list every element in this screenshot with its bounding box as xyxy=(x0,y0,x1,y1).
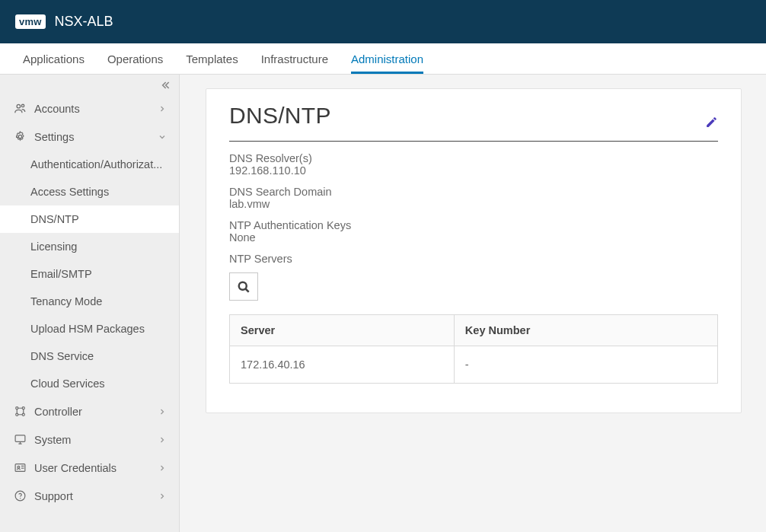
sidebar-group-label: System xyxy=(34,434,71,446)
dns-resolvers-value: 192.168.110.10 xyxy=(229,164,718,177)
content-wrap: DNS/NTP DNS Resolver(s) 192.168.110.10 D… xyxy=(180,75,766,532)
tab-templates[interactable]: Templates xyxy=(186,43,238,74)
chevron-right-icon xyxy=(158,407,167,416)
panel-header: DNS/NTP xyxy=(229,103,718,141)
table-header-server[interactable]: Server xyxy=(230,315,455,346)
ntp-servers-label: NTP Servers xyxy=(229,253,718,265)
id-card-icon xyxy=(14,461,27,474)
sidebar-item-dns-service[interactable]: DNS Service xyxy=(0,342,179,370)
page-title: DNS/NTP xyxy=(229,103,331,141)
sidebar-group-credentials[interactable]: User Credentials xyxy=(0,454,179,482)
svg-point-5 xyxy=(16,413,18,416)
chevron-right-icon xyxy=(158,104,167,113)
dns-search-value: lab.vmw xyxy=(229,198,718,210)
chevron-down-icon xyxy=(158,132,167,142)
tab-infrastructure[interactable]: Infrastructure xyxy=(261,43,328,74)
nodes-icon xyxy=(14,405,27,418)
sidebar-group-label: Settings xyxy=(34,131,74,143)
gear-icon xyxy=(14,130,27,143)
chevron-right-icon xyxy=(158,435,167,444)
sidebar-group-system[interactable]: System xyxy=(0,425,179,454)
sidebar-item-dns-ntp[interactable]: DNS/NTP xyxy=(0,205,179,233)
top-nav: Applications Operations Templates Infras… xyxy=(0,43,766,75)
svg-point-2 xyxy=(18,135,21,138)
sidebar-group-accounts[interactable]: Accounts xyxy=(0,94,179,123)
ntp-auth-label: NTP Authentication Keys xyxy=(229,219,718,231)
product-name: NSX-ALB xyxy=(55,14,113,30)
svg-rect-8 xyxy=(15,464,25,472)
svg-point-4 xyxy=(22,407,24,409)
ntp-servers-table: Server Key Number 172.16.40.16 - xyxy=(229,314,718,384)
sidebar-item-hsm[interactable]: Upload HSM Packages xyxy=(0,315,179,342)
sidebar-item-access[interactable]: Access Settings xyxy=(0,178,179,205)
app-header: vmw NSX-ALB xyxy=(0,0,766,43)
sidebar-group-label: User Credentials xyxy=(34,462,116,474)
table-cell-key: - xyxy=(454,346,717,384)
sidebar-item-tenancy[interactable]: Tenancy Mode xyxy=(0,288,179,315)
svg-point-10 xyxy=(15,491,25,501)
edit-icon[interactable] xyxy=(705,116,718,129)
sidebar-item-licensing[interactable]: Licensing xyxy=(0,233,179,260)
monitor-icon xyxy=(14,433,27,446)
sidebar-group-controller[interactable]: Controller xyxy=(0,397,179,425)
svg-point-12 xyxy=(239,282,247,289)
tab-applications[interactable]: Applications xyxy=(23,43,85,74)
svg-point-1 xyxy=(21,104,24,107)
help-icon xyxy=(14,489,27,502)
search-button[interactable] xyxy=(229,272,258,301)
chevron-right-icon xyxy=(158,464,167,473)
tab-operations[interactable]: Operations xyxy=(107,43,163,74)
ntp-auth-value: None xyxy=(229,231,718,244)
sidebar-item-cloud[interactable]: Cloud Services xyxy=(0,370,179,397)
sidebar-item-email-smtp[interactable]: Email/SMTP xyxy=(0,260,179,288)
dns-resolvers-label: DNS Resolver(s) xyxy=(229,152,718,164)
svg-point-11 xyxy=(20,498,21,499)
tab-administration[interactable]: Administration xyxy=(351,43,423,74)
brand-logo: vmw xyxy=(15,14,46,29)
sidebar-collapse-row xyxy=(0,75,179,94)
sidebar-group-label: Controller xyxy=(34,406,82,418)
sidebar-item-auth[interactable]: Authentication/Authorizat... xyxy=(0,151,179,178)
title-divider xyxy=(229,141,718,142)
dns-search-label: DNS Search Domain xyxy=(229,186,718,198)
table-cell-server: 172.16.40.16 xyxy=(230,346,455,384)
sidebar: Accounts Settings Authentication/Authori… xyxy=(0,75,180,532)
sidebar-group-label: Support xyxy=(34,490,73,502)
settings-panel: DNS/NTP DNS Resolver(s) 192.168.110.10 D… xyxy=(206,88,742,413)
table-header-key[interactable]: Key Number xyxy=(454,315,717,346)
sidebar-group-label: Accounts xyxy=(34,103,80,115)
svg-rect-7 xyxy=(15,435,25,442)
sidebar-group-settings[interactable]: Settings xyxy=(0,123,179,151)
svg-line-13 xyxy=(246,288,249,291)
search-icon xyxy=(236,279,251,295)
svg-point-3 xyxy=(16,407,18,409)
svg-point-9 xyxy=(18,466,20,468)
chevron-right-icon xyxy=(158,492,167,501)
svg-point-6 xyxy=(22,413,24,416)
main-area: Accounts Settings Authentication/Authori… xyxy=(0,75,766,532)
collapse-sidebar-icon[interactable] xyxy=(159,79,171,91)
table-row[interactable]: 172.16.40.16 - xyxy=(230,346,718,384)
svg-point-0 xyxy=(17,104,21,108)
users-icon xyxy=(14,102,27,115)
sidebar-group-support[interactable]: Support xyxy=(0,482,179,510)
